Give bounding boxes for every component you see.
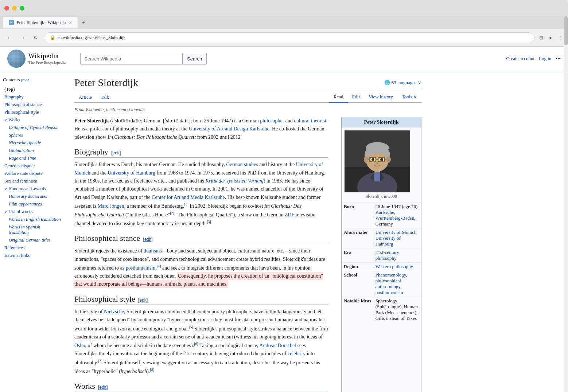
dualisms-link[interactable]: dualisms [144, 248, 162, 254]
toc-link-philosophical-style[interactable]: Philosophical style [3, 109, 63, 115]
toc-hide-button[interactable]: [hide] [21, 78, 30, 82]
toc-link-german-titles[interactable]: Original German titles [7, 237, 63, 243]
languages-button[interactable]: 🌐 33 languages ∨ [384, 80, 421, 86]
philosophical-anthropology-link[interactable]: philosophical anthropology [376, 278, 401, 289]
wiki-logo-subtitle: The Free Encyclopedia [28, 60, 66, 65]
toc-item-rage-time: Rage and Time [3, 154, 63, 162]
toc-link-english[interactable]: Works in English translation [7, 216, 63, 223]
toc-link-references[interactable]: References [3, 245, 63, 251]
extensions-icon[interactable]: ⊞ [537, 34, 545, 42]
wiki-logo-title: Wikipedia [28, 52, 66, 60]
toc-item-critique: Critique of Cynical Reason [3, 124, 63, 132]
jongen-link[interactable]: Marc Jongen [98, 203, 124, 209]
alma-munich-link[interactable]: University of Munich [376, 230, 417, 235]
browser-window: W Peter Sloterdijk - Wikipedia ✕ + ← → ↻… [0, 0, 568, 392]
tab-edit[interactable]: Edit [348, 92, 365, 102]
posthumanism-link[interactable]: posthumanism [126, 265, 156, 271]
infobox-row-alma: Alma mater University of Munich Universi… [342, 228, 421, 248]
new-tab-button[interactable]: + [79, 18, 88, 27]
works-edit-link[interactable]: edit [100, 385, 106, 390]
alma-label: Alma mater [342, 228, 373, 248]
toc-link-honours[interactable]: ∨ Honours and awards [3, 186, 63, 192]
school-value: Phenomenology, philosophical anthropolog… [373, 271, 421, 297]
tab-article[interactable]: Article [74, 92, 96, 102]
menu-icon[interactable]: ⋮ [556, 34, 564, 42]
close-button[interactable] [4, 6, 9, 11]
posthumanism-school-link[interactable]: posthumanism [376, 290, 403, 295]
toc-link-genetics[interactable]: Genetics dispute [3, 163, 63, 169]
toc-item-nietzsche: Nietzsche Apostle [3, 139, 63, 147]
osho-link[interactable]: Osho [74, 343, 85, 348]
svg-point-8 [364, 156, 368, 163]
kritik-link[interactable]: Kritik der zynischen Vernunft [205, 178, 265, 184]
forward-button[interactable]: → [17, 33, 28, 43]
toc-item-external: External links [3, 252, 63, 259]
wiki-header: Wikipedia The Free Encyclopedia Search C… [0, 47, 568, 71]
german-studies-link[interactable]: German studies [226, 162, 258, 167]
works-edit-bracket: [edit] [98, 384, 108, 390]
phenomenology-link[interactable]: Phenomenology [376, 272, 406, 278]
toc-link-philosophical-stance[interactable]: Philosophical stance [3, 102, 63, 108]
alma-hamburg-link[interactable]: University of Hamburg [376, 235, 401, 247]
toc-link-film[interactable]: Film appearances [7, 201, 63, 207]
more-options[interactable]: ••• [556, 56, 561, 62]
notable-value: Spherology (Sphärologie), Human Park (Me… [373, 297, 421, 323]
maximize-button[interactable] [20, 6, 24, 11]
nietzsche-link[interactable]: Nietzsche [104, 309, 124, 314]
wuerttemberg-link[interactable]: Württemberg-Baden [376, 215, 415, 221]
toc-link-rage-time[interactable]: Rage and Time [7, 155, 63, 161]
tab-tools[interactable]: Tools ∨ [397, 92, 421, 102]
tab-read[interactable]: Read [329, 92, 348, 103]
biography-edit-link[interactable]: edit [113, 150, 120, 156]
log-in-link[interactable]: Log in [539, 56, 551, 62]
region-link[interactable]: Western philosophy [376, 264, 413, 269]
profile-icon[interactable]: ● [547, 34, 554, 42]
wiki-globe-icon [7, 50, 26, 68]
tab-view-history[interactable]: View history [364, 92, 397, 102]
address-bar: ← → ↻ 🔒 en.wikipedia.org/wiki/Peter_Slot… [0, 29, 568, 47]
zdf-link[interactable]: ZDF [285, 212, 294, 217]
person-photo [345, 130, 410, 192]
active-tab[interactable]: W Peter Sloterdijk - Wikipedia ✕ [3, 17, 78, 28]
toc-link-list-works[interactable]: ∨ List of works [3, 209, 63, 215]
toc-item-works: ∨ Works [3, 116, 63, 124]
toc-link-welfare[interactable]: Welfare state dispute [3, 170, 63, 177]
toc-link-top[interactable]: (Top) [3, 86, 63, 93]
toc-link-honorary[interactable]: Honorary doctorates [7, 193, 63, 200]
article-tabs-right: Read Edit View history Tools ∨ [329, 92, 421, 102]
reload-button[interactable]: ↻ [31, 33, 41, 43]
hamburg-link[interactable]: University of Hamburg [108, 170, 155, 176]
philosopher-link[interactable]: philosopher [260, 118, 284, 124]
philosophical-stance-heading: Philosophical stance [edit] [74, 234, 328, 244]
era-link[interactable]: 21st-century philosophy [376, 250, 399, 261]
cultural-theorist-link[interactable]: cultural theorist [294, 118, 326, 124]
tab-close-icon[interactable]: ✕ [69, 20, 72, 25]
create-account-link[interactable]: Create account [506, 56, 534, 62]
toc-link-sex[interactable]: Sex and feminism [3, 178, 63, 184]
minimize-button[interactable] [12, 6, 17, 11]
toc-link-works[interactable]: ∨ Works [3, 117, 63, 123]
karlsruhe-link[interactable]: Karlsruhe [376, 209, 394, 215]
stance-edit-bracket: [edit] [143, 236, 153, 242]
toc-link-biography[interactable]: Biography [3, 94, 63, 100]
university-link[interactable]: University of Art and Design Karlsruhe [189, 126, 269, 132]
wiki-search-button[interactable]: Search [182, 53, 207, 64]
toc-link-spheres[interactable]: Spheres [7, 132, 63, 138]
back-button[interactable]: ← [4, 33, 15, 43]
toc-link-spanish[interactable]: Works in Spanish translation [7, 224, 63, 236]
toc-link-external[interactable]: External links [3, 252, 63, 259]
celebrity-link[interactable]: celebrity [288, 351, 306, 356]
stance-edit-link[interactable]: edit [144, 237, 151, 242]
address-input[interactable]: 🔒 en.wikipedia.org/wiki/Peter_Sloterdijk [44, 32, 534, 43]
style-edit-link[interactable]: edit [139, 298, 146, 303]
tab-talk[interactable]: Talk [96, 92, 113, 102]
center-link[interactable]: Center for Art and Media Karlsruhe [152, 195, 225, 200]
scrollbar-thumb[interactable] [564, 16, 568, 45]
toc-link-nietzsche[interactable]: Nietzsche Apostle [7, 140, 63, 146]
toc-link-globalization[interactable]: Globalization [7, 148, 63, 154]
toc-link-critique[interactable]: Critique of Cynical Reason [7, 125, 63, 131]
infobox-image-area: Sloterdijk in 2009 [342, 128, 421, 202]
dorschel-link[interactable]: Andreas Dorschel [259, 343, 296, 348]
wiki-search-input[interactable] [80, 53, 182, 64]
biography-text: Sloterdijk's father was Dutch, his mothe… [74, 161, 328, 228]
